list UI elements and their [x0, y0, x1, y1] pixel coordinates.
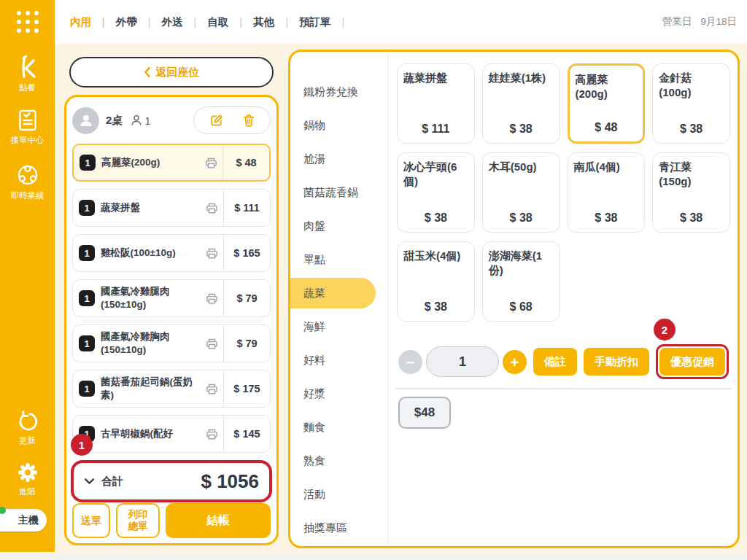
product-card[interactable]: 甜玉米(4個) $ 38: [397, 241, 475, 322]
product-card[interactable]: 金針菇(100g) $ 38: [652, 63, 730, 144]
product-card[interactable]: 木耳(50g) $ 38: [482, 152, 560, 233]
product-card[interactable]: 娃娃菜(1株) $ 38: [482, 63, 560, 144]
print-summary-button[interactable]: 列印 總單: [116, 503, 160, 538]
product-card[interactable]: 蔬菜拼盤 $ 111: [397, 63, 475, 144]
item-name: 古早胡椒鍋(配好: [101, 427, 204, 440]
category-label: 鍋物: [303, 119, 325, 133]
sidebar-item-label: 即時業績: [11, 190, 44, 201]
delete-table-button[interactable]: [241, 113, 256, 128]
product-card[interactable]: 澎湖海菜(1份) $ 68: [482, 241, 560, 322]
product-area: 蔬菜拼盤 $ 111 娃娃菜(1株) $ 38 高麗菜(200g) $ 48 金…: [388, 52, 738, 546]
printer-icon[interactable]: [205, 427, 219, 441]
tab-label: 內用: [70, 16, 91, 28]
printer-icon[interactable]: [205, 292, 219, 306]
category-label: 蔬菜: [303, 287, 325, 300]
product-card[interactable]: 冰心芋頭(6個) $ 38: [397, 152, 475, 233]
printer-icon[interactable]: [205, 382, 219, 396]
order-item[interactable]: 1 菌菇番茄起司鍋(蛋奶素) $ 175: [72, 370, 271, 408]
order-total-bar[interactable]: 合計 $ 1056: [71, 460, 272, 502]
item-qty-badge: 1: [79, 290, 95, 306]
category-item[interactable]: 尬湯: [290, 142, 387, 176]
order-item[interactable]: 1 蔬菜拼盤 $ 111: [72, 189, 271, 227]
category-item[interactable]: 鐵粉券兌換: [290, 75, 387, 109]
product-price: $ 38: [653, 211, 729, 225]
category-label: 海鮮: [303, 320, 325, 334]
category-item[interactable]: 抽獎專區: [290, 511, 387, 545]
category-item[interactable]: 麵食: [290, 411, 387, 444]
item-name: 菌菇番茄起司鍋(蛋奶素): [101, 376, 204, 401]
divider: [395, 388, 732, 389]
product-price: $ 38: [483, 211, 560, 225]
product-name: 蔬菜拼盤: [403, 71, 468, 85]
product-price: $ 38: [398, 211, 474, 225]
category-item[interactable]: 單點: [290, 243, 387, 276]
product-card[interactable]: 高麗菜(200g) $ 48: [568, 63, 646, 144]
table-info-row: 2桌 1: [72, 104, 271, 136]
printer-icon[interactable]: [205, 246, 219, 260]
guest-count: 1: [130, 114, 150, 127]
category-item[interactable]: 菌菇蔬香鍋: [290, 176, 387, 209]
checkout-button[interactable]: 結帳: [166, 503, 271, 538]
product-name: 高麗菜(200g): [576, 72, 638, 101]
category-label: 菌菇蔬香鍋: [303, 186, 358, 200]
category-label: 尬湯: [303, 152, 325, 166]
qty-minus-button[interactable]: −: [398, 350, 422, 374]
back-button-label: 返回座位: [156, 66, 200, 79]
annotation-badge-1: 1: [71, 434, 93, 456]
order-type-tab[interactable]: 內用: [70, 15, 116, 29]
host-status-dot: [0, 507, 6, 514]
send-order-button[interactable]: 送單: [72, 503, 110, 538]
product-card[interactable]: 青江菜(150g) $ 38: [652, 152, 730, 233]
product-name: 南瓜(4個): [574, 160, 639, 174]
order-item[interactable]: 1 高麗菜(200g) $ 48: [72, 144, 271, 182]
order-item[interactable]: 1 國產氣冷雞胸肉 (150±10g) $ 79: [72, 324, 271, 362]
order-type-tab[interactable]: 外帶: [116, 15, 162, 29]
category-item[interactable]: 好料: [290, 343, 387, 377]
order-type-tab[interactable]: 自取: [207, 15, 253, 29]
order-type-tab[interactable]: 外送: [162, 15, 208, 29]
annotation-badge-2: 2: [654, 319, 676, 341]
category-item[interactable]: 蔬菜: [290, 276, 387, 310]
category-item[interactable]: 鍋物: [290, 109, 387, 142]
promo-button[interactable]: 優惠促銷: [659, 348, 725, 376]
edit-table-button[interactable]: [209, 113, 224, 128]
product-name: 甜玉米(4個): [403, 249, 468, 263]
app-grid-button[interactable]: [0, 0, 55, 44]
note-button[interactable]: 備註: [533, 348, 577, 376]
order-type-tab[interactable]: 預訂單: [299, 15, 355, 29]
printer-icon[interactable]: [204, 156, 218, 170]
product-card[interactable]: 南瓜(4個) $ 38: [568, 152, 646, 233]
product-price: $ 38: [568, 211, 645, 225]
category-label: 鐵粉券兌換: [303, 85, 358, 99]
category-item[interactable]: 肉盤: [290, 209, 387, 243]
sidebar-item-order[interactable]: 點餐: [0, 54, 55, 93]
order-item[interactable]: 1 國產氣冷雞腿肉 (150±10g) $ 79: [72, 279, 271, 317]
category-item[interactable]: 好漿: [290, 377, 387, 411]
host-pill[interactable]: 主機: [0, 509, 47, 532]
qty-plus-button[interactable]: +: [503, 350, 527, 374]
sidebar-item-refresh[interactable]: 更新: [0, 410, 55, 446]
order-item[interactable]: 1 雞松阪(100±10g) $ 165: [72, 234, 271, 272]
sidebar-item-advanced[interactable]: 進階: [0, 461, 55, 497]
k-logo-icon: [15, 54, 41, 80]
sidebar-item-label: 接單中心: [11, 135, 44, 146]
sidebar-item-label: 點餐: [19, 82, 36, 93]
sidebar: 點餐 接單中心 即時業績 更新: [0, 44, 55, 552]
item-name: 國產氣冷雞胸肉 (150±10g): [101, 330, 204, 356]
sidebar-item-label: 進階: [19, 486, 36, 497]
order-item[interactable]: 1 古早胡椒鍋(配好 $ 145: [72, 415, 271, 453]
product-name: 金針菇(100g): [659, 71, 724, 99]
selected-price-tag[interactable]: $48: [398, 397, 451, 429]
order-type-tab[interactable]: 其他: [253, 15, 299, 29]
category-item[interactable]: 海鮮: [290, 310, 387, 343]
category-item[interactable]: 活動: [290, 478, 387, 511]
printer-icon[interactable]: [205, 201, 219, 215]
sidebar-item-order-center[interactable]: 接單中心: [0, 108, 55, 146]
tab-label: 自取: [207, 16, 228, 28]
qty-value[interactable]: 1: [426, 346, 499, 377]
manual-discount-button[interactable]: 手動折扣: [584, 348, 649, 376]
back-to-seats-button[interactable]: 返回座位: [69, 57, 274, 88]
sidebar-item-performance[interactable]: 即時業績: [0, 162, 55, 201]
category-item[interactable]: 熟食: [290, 444, 387, 478]
printer-icon[interactable]: [205, 337, 219, 351]
